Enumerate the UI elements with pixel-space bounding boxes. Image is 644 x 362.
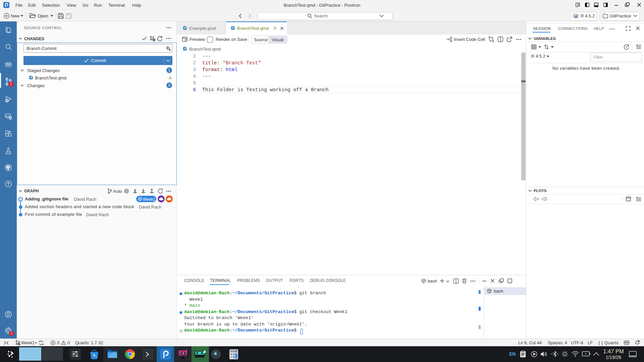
svg-text:R: R xyxy=(575,14,578,18)
svg-text:0: 0 xyxy=(235,350,237,353)
